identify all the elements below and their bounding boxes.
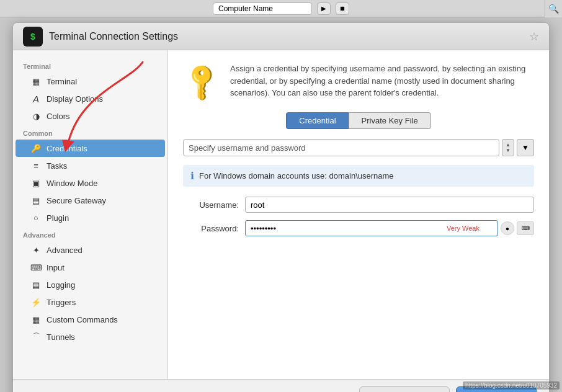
username-row: Username: <box>183 197 534 213</box>
sidebar-item-credentials-label: Credentials <box>47 144 87 153</box>
secure-gateway-icon: ▤ <box>30 195 42 206</box>
sidebar-item-logging[interactable]: ▤ Logging <box>16 276 165 293</box>
sidebar-item-window-mode-label: Window Mode <box>47 179 97 188</box>
username-input[interactable] <box>245 197 534 213</box>
sidebar-item-display-options[interactable]: A Display Options <box>16 90 165 107</box>
username-label: Username: <box>183 200 245 210</box>
advanced-section-label: Advanced <box>13 226 167 241</box>
play-btn[interactable]: ▶ <box>317 2 331 15</box>
sidebar-item-secure-gateway-label: Secure Gateway <box>47 196 106 205</box>
sidebar-item-advanced-label: Advanced <box>47 246 83 255</box>
settings-window: $ Terminal Connection Settings ☆ Termina… <box>12 22 550 392</box>
sidebar-item-terminal[interactable]: ▦ Terminal <box>16 73 165 90</box>
info-banner: ℹ For Windows domain accounts use: domai… <box>183 165 534 187</box>
credentials-icon: 🔑 <box>30 143 42 154</box>
plugin-icon: ○ <box>30 212 42 223</box>
password-row: Password: Very Weak ● ⌨ <box>183 220 534 236</box>
description-section: 🔑 Assign a credential by specifying user… <box>183 63 534 100</box>
sidebar-item-colors-label: Colors <box>47 112 70 121</box>
tunnels-icon: ⌒ <box>30 331 42 342</box>
top-bar: ▶ ⏹ <box>0 0 562 17</box>
advanced-icon: ✦ <box>30 244 42 256</box>
sidebar-item-tasks[interactable]: ≡ Tasks <box>16 157 165 174</box>
terminal-icon: ▦ <box>30 76 42 87</box>
credential-type-dropdown[interactable]: Specify username and password <box>183 139 499 156</box>
keyboard-input-btn[interactable]: ⌨ <box>517 221 534 235</box>
window-mode-icon: ▣ <box>30 177 42 189</box>
sidebar-item-logging-label: Logging <box>47 280 75 290</box>
sidebar-item-custom-commands-label: Custom Commands <box>47 315 118 324</box>
dropdown-row: Specify username and password ▲▼ ▼ <box>183 139 534 156</box>
computer-name-input[interactable] <box>213 2 312 15</box>
sidebar-item-tunnels-label: Tunnels <box>47 332 75 342</box>
key-icon-wrapper: 🔑 <box>183 63 220 100</box>
tab-private-key-file[interactable]: Private Key File <box>349 112 431 129</box>
sidebar-item-input[interactable]: ⌨ Input <box>16 259 165 276</box>
display-options-icon: A <box>30 93 42 104</box>
sidebar-item-window-mode[interactable]: ▣ Window Mode <box>16 174 165 192</box>
tab-credential[interactable]: Credential <box>286 112 348 129</box>
sidebar-item-tasks-label: Tasks <box>47 161 67 171</box>
window-body: Terminal ▦ Terminal A Display Options ◑ … <box>13 50 549 379</box>
colors-icon: ◑ <box>30 110 42 122</box>
discard-changes-button[interactable]: Discard changes <box>359 386 450 393</box>
sidebar-item-plugin[interactable]: ○ Plugin <box>16 209 165 226</box>
sidebar-item-plugin-label: Plugin <box>47 213 69 223</box>
stop-btn[interactable]: ⏹ <box>336 2 349 15</box>
sidebar-item-colors[interactable]: ◑ Colors <box>16 107 165 125</box>
dropdown-expand-btn[interactable]: ▼ <box>517 139 534 156</box>
info-icon: ℹ <box>190 170 194 182</box>
logging-icon: ▤ <box>30 279 42 290</box>
window-title: Terminal Connection Settings <box>49 31 178 42</box>
common-section-label: Common <box>13 125 167 140</box>
custom-commands-icon: ▦ <box>30 314 42 325</box>
password-strength-badge: Very Weak <box>447 225 479 232</box>
triggers-icon: ⚡ <box>30 296 42 308</box>
main-content: 🔑 Assign a credential by specifying user… <box>168 50 549 379</box>
sidebar-item-credentials[interactable]: 🔑 Credentials <box>16 140 165 157</box>
tabs-row: Credential Private Key File <box>183 112 534 129</box>
tasks-icon: ≡ <box>30 160 42 171</box>
sidebar-item-secure-gateway[interactable]: ▤ Secure Gateway <box>16 192 165 209</box>
sidebar-item-custom-commands[interactable]: ▦ Custom Commands <box>16 311 165 328</box>
key-icon: 🔑 <box>179 59 223 103</box>
sidebar-item-triggers-label: Triggers <box>47 298 76 307</box>
sidebar: Terminal ▦ Terminal A Display Options ◑ … <box>13 50 168 379</box>
favorite-icon[interactable]: ☆ <box>529 30 539 43</box>
description-text: Assign a credential by specifying userna… <box>230 63 534 99</box>
password-wrapper: Very Weak <box>245 220 498 236</box>
dropdown-spinner[interactable]: ▲▼ <box>502 139 514 156</box>
window-titlebar: $ Terminal Connection Settings ☆ <box>13 23 549 50</box>
sidebar-item-advanced[interactable]: ✦ Advanced <box>16 241 165 259</box>
sidebar-item-input-label: Input <box>47 263 65 272</box>
app-icon: $ <box>23 27 43 47</box>
search-icon[interactable]: 🔍 <box>545 0 562 17</box>
watermark: https://blog.csdn.net/u010705932 <box>463 381 560 390</box>
info-banner-text: For Windows domain accounts use: domain\… <box>199 171 394 180</box>
input-icon: ⌨ <box>30 262 42 273</box>
sidebar-item-tunnels[interactable]: ⌒ Tunnels <box>16 328 165 345</box>
terminal-section-label: Terminal <box>13 58 167 73</box>
sidebar-item-display-options-label: Display Options <box>47 94 103 104</box>
sidebar-item-terminal-label: Terminal <box>47 77 77 86</box>
sidebar-item-triggers[interactable]: ⚡ Triggers <box>16 293 165 311</box>
password-visibility-toggle[interactable]: ● <box>501 221 514 235</box>
password-label: Password: <box>183 224 245 233</box>
